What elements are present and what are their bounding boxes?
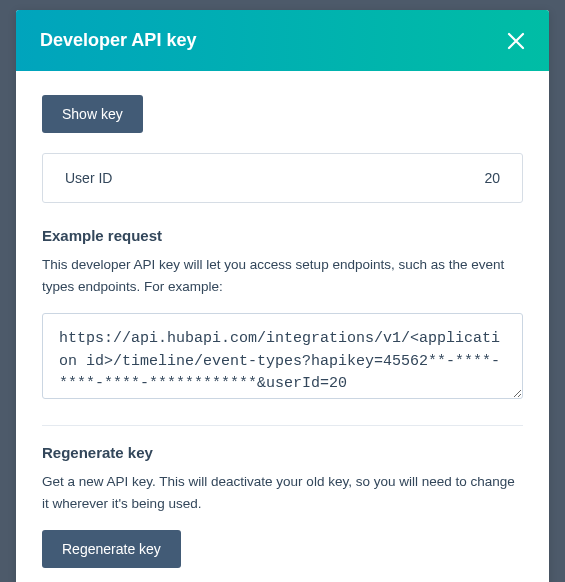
example-request-textarea[interactable]: https://api.hubapi.com/integrations/v1/<… — [42, 313, 523, 399]
regenerate-heading: Regenerate key — [42, 444, 523, 461]
modal-header: Developer API key — [16, 10, 549, 71]
show-key-button[interactable]: Show key — [42, 95, 143, 133]
user-id-label: User ID — [65, 170, 112, 186]
api-key-modal: Developer API key Show key User ID 20 Ex… — [16, 10, 549, 582]
modal-body: Show key User ID 20 Example request This… — [16, 71, 549, 582]
example-request-heading: Example request — [42, 227, 523, 244]
user-id-value: 20 — [484, 170, 500, 186]
regenerate-description: Get a new API key. This will deactivate … — [42, 471, 523, 514]
regenerate-key-button[interactable]: Regenerate key — [42, 530, 181, 568]
regenerate-section: Regenerate key Get a new API key. This w… — [42, 444, 523, 568]
user-id-row: User ID 20 — [42, 153, 523, 203]
example-request-description: This developer API key will let you acce… — [42, 254, 523, 297]
modal-title: Developer API key — [40, 30, 196, 51]
section-divider — [42, 425, 523, 426]
close-icon[interactable] — [507, 32, 525, 50]
